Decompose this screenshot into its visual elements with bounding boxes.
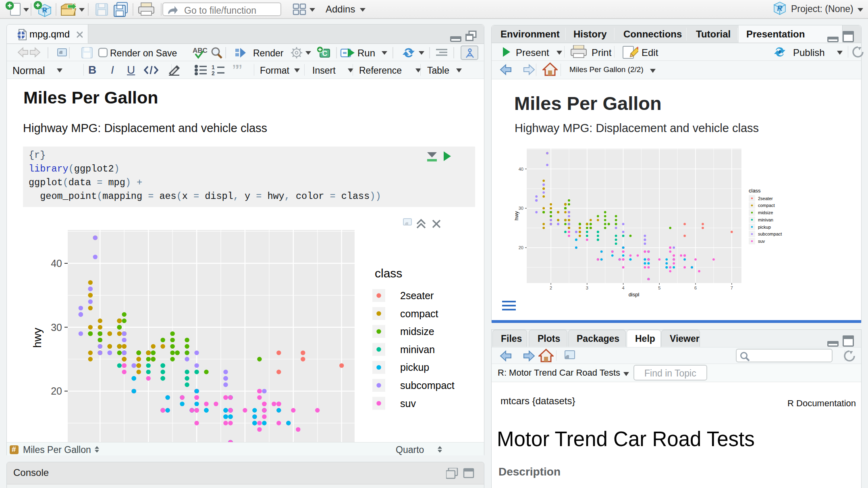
- svg-text:5: 5: [658, 285, 660, 290]
- svg-text:hwy: hwy: [31, 328, 44, 348]
- svg-text:30: 30: [519, 206, 523, 211]
- svg-text:pickup: pickup: [400, 362, 429, 373]
- svg-text:hwy: hwy: [513, 211, 519, 221]
- svg-text:compact: compact: [400, 308, 438, 319]
- svg-text:suv: suv: [758, 239, 765, 244]
- svg-text:subcompact: subcompact: [400, 380, 455, 391]
- svg-text:midsize: midsize: [758, 210, 773, 215]
- svg-text:ABC: ABC: [193, 47, 208, 54]
- svg-text:class: class: [749, 188, 761, 194]
- svg-text:1: 1: [212, 65, 215, 70]
- svg-text:40: 40: [519, 167, 523, 172]
- svg-text:midsize: midsize: [400, 326, 434, 337]
- svg-text:30: 30: [51, 322, 62, 333]
- svg-text:20: 20: [51, 385, 62, 397]
- svg-text:minivan: minivan: [400, 344, 435, 355]
- svg-text:displ: displ: [629, 292, 640, 298]
- svg-text:4: 4: [622, 285, 625, 290]
- svg-text:Run: Run: [357, 48, 375, 58]
- svg-text:3: 3: [586, 285, 588, 290]
- svg-text:compact: compact: [758, 203, 775, 208]
- svg-text:minivan: minivan: [758, 217, 773, 222]
- svg-text:40: 40: [51, 258, 62, 269]
- svg-text:6: 6: [694, 285, 697, 290]
- svg-text:2seater: 2seater: [758, 196, 773, 201]
- svg-text:2: 2: [550, 285, 552, 290]
- svg-text:pickup: pickup: [758, 225, 771, 230]
- svg-text:R: R: [777, 4, 783, 12]
- svg-text:class: class: [375, 267, 402, 280]
- svg-text:20: 20: [519, 245, 523, 250]
- svg-text:2seater: 2seater: [400, 290, 434, 301]
- svg-text:7: 7: [731, 285, 733, 290]
- svg-text:suv: suv: [400, 398, 416, 409]
- svg-text:R: R: [42, 6, 47, 14]
- svg-text:subcompact: subcompact: [758, 232, 782, 236]
- svg-text:Render: Render: [253, 48, 284, 58]
- svg-text:Render on Save: Render on Save: [110, 48, 177, 58]
- svg-text:2: 2: [212, 70, 215, 75]
